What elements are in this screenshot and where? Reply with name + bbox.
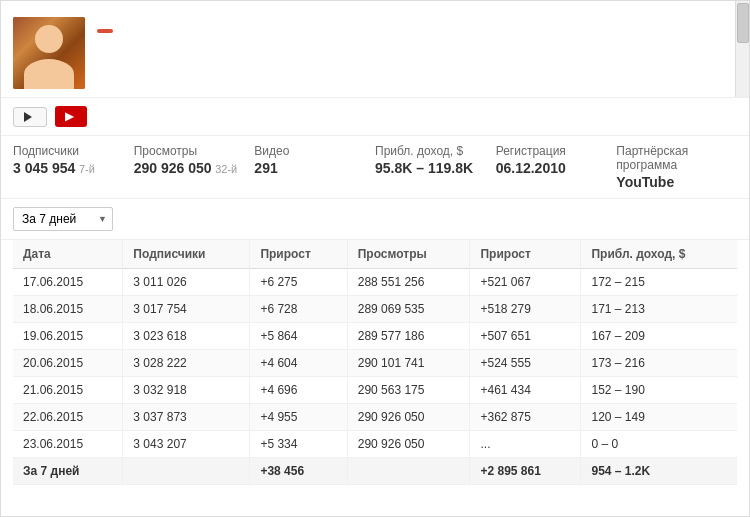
cell-sub-growth: +5 864: [250, 323, 347, 350]
cell-view-growth: +521 067: [470, 269, 581, 296]
cell-date: 23.06.2015: [13, 431, 123, 458]
cell-subscribers: 3 028 222: [123, 350, 250, 377]
stat-item: Регистрация 06.12.2010: [496, 144, 617, 190]
cell-views: 290 926 050: [347, 404, 470, 431]
play-icon: [24, 112, 32, 122]
stat-number: 06.12.2010: [496, 160, 566, 176]
cell-subscribers: 3 017 754: [123, 296, 250, 323]
stat-value: 291: [254, 160, 365, 176]
summary-sub-growth: +38 456: [250, 458, 347, 485]
table-row: 20.06.2015 3 028 222 +4 604 290 101 741 …: [13, 350, 737, 377]
stat-value: 290 926 050 32-й: [134, 160, 245, 176]
stat-label: Партнёрская программа: [616, 144, 727, 172]
data-table: ДатаПодписчикиПриростПросмотрыПриростПри…: [13, 240, 737, 485]
cell-sub-growth: +5 334: [250, 431, 347, 458]
stat-item: Прибл. доход, $ 95.8K – 119.8K: [375, 144, 496, 190]
cell-views: 289 577 186: [347, 323, 470, 350]
stat-rank: 32-й: [215, 163, 237, 175]
table-header: ДатаПодписчикиПриростПросмотрыПриростПри…: [13, 240, 737, 269]
stat-item: Подписчики 3 045 954 7-й: [13, 144, 134, 190]
table-row: 22.06.2015 3 037 873 +4 955 290 926 050 …: [13, 404, 737, 431]
cell-income: 167 – 209: [581, 323, 737, 350]
stat-rank: 7-й: [79, 163, 95, 175]
cell-date: 18.06.2015: [13, 296, 123, 323]
cell-view-growth: +518 279: [470, 296, 581, 323]
table-row: 18.06.2015 3 017 754 +6 728 289 069 535 …: [13, 296, 737, 323]
stat-item: Видео 291: [254, 144, 375, 190]
summary-income: 954 – 1.2K: [581, 458, 737, 485]
cell-subscribers: 3 023 618: [123, 323, 250, 350]
cell-date: 19.06.2015: [13, 323, 123, 350]
avatar: [13, 17, 85, 89]
table-header-cell: Прибл. доход, $: [581, 240, 737, 269]
cell-views: 288 551 256: [347, 269, 470, 296]
cell-sub-growth: +6 275: [250, 269, 347, 296]
stat-number: YouTube: [616, 174, 674, 190]
cell-date: 22.06.2015: [13, 404, 123, 431]
summary-subscribers: [123, 458, 250, 485]
cell-income: 173 – 216: [581, 350, 737, 377]
stat-number: 3 045 954: [13, 160, 75, 176]
table-body: 17.06.2015 3 011 026 +6 275 288 551 256 …: [13, 269, 737, 485]
cell-subscribers: 3 043 207: [123, 431, 250, 458]
main-container: ▶ Подписчики 3 045 954 7-й Просмотры 290…: [0, 0, 750, 517]
cell-subscribers: 3 011 026: [123, 269, 250, 296]
cell-subscribers: 3 037 873: [123, 404, 250, 431]
cell-sub-growth: +6 728: [250, 296, 347, 323]
stat-label: Подписчики: [13, 144, 124, 158]
table-row: 19.06.2015 3 023 618 +5 864 289 577 186 …: [13, 323, 737, 350]
cell-view-growth: +524 555: [470, 350, 581, 377]
google-plus-button[interactable]: [97, 29, 113, 33]
watch-button[interactable]: [13, 107, 47, 127]
summary-date: За 7 дней: [13, 458, 123, 485]
cell-views: 290 563 175: [347, 377, 470, 404]
youtube-button[interactable]: ▶: [55, 106, 87, 127]
scrollbar-thumb[interactable]: [737, 3, 749, 43]
cell-income: 172 – 215: [581, 269, 737, 296]
period-select[interactable]: За 7 днейЗа 30 днейЗа 90 дней: [13, 207, 113, 231]
cell-view-growth: +507 651: [470, 323, 581, 350]
summary-views: [347, 458, 470, 485]
stat-number: 291: [254, 160, 277, 176]
filter-row: За 7 днейЗа 30 днейЗа 90 дней: [1, 199, 749, 240]
stat-label: Просмотры: [134, 144, 245, 158]
stat-value: YouTube: [616, 174, 727, 190]
cell-view-growth: +362 875: [470, 404, 581, 431]
header-row: ДатаПодписчикиПриростПросмотрыПриростПри…: [13, 240, 737, 269]
table-header-cell: Прирост: [470, 240, 581, 269]
stat-value: 3 045 954 7-й: [13, 160, 124, 176]
cell-views: 290 101 741: [347, 350, 470, 377]
cell-views: 289 069 535: [347, 296, 470, 323]
table-header-cell: Просмотры: [347, 240, 470, 269]
cell-date: 20.06.2015: [13, 350, 123, 377]
stat-item: Просмотры 290 926 050 32-й: [134, 144, 255, 190]
stat-label: Регистрация: [496, 144, 607, 158]
header-section: [1, 1, 749, 98]
cell-income: 0 – 0: [581, 431, 737, 458]
header-info: [97, 17, 737, 36]
stat-number: 290 926 050: [134, 160, 212, 176]
cell-date: 17.06.2015: [13, 269, 123, 296]
table-row: 21.06.2015 3 032 918 +4 696 290 563 175 …: [13, 377, 737, 404]
cell-sub-growth: +4 696: [250, 377, 347, 404]
cell-income: 120 – 149: [581, 404, 737, 431]
cell-view-growth: +461 434: [470, 377, 581, 404]
cell-views: 290 926 050: [347, 431, 470, 458]
header-content: [13, 17, 737, 89]
cell-income: 171 – 213: [581, 296, 737, 323]
stat-label: Видео: [254, 144, 365, 158]
stat-value: 06.12.2010: [496, 160, 607, 176]
youtube-icon: ▶: [65, 110, 73, 123]
cell-date: 21.06.2015: [13, 377, 123, 404]
cell-sub-growth: +4 604: [250, 350, 347, 377]
cell-view-growth: ...: [470, 431, 581, 458]
cell-sub-growth: +4 955: [250, 404, 347, 431]
filter-wrapper: За 7 днейЗа 30 днейЗа 90 дней: [13, 207, 113, 231]
scrollbar[interactable]: [735, 1, 749, 97]
table-header-cell: Дата: [13, 240, 123, 269]
avatar-image: [13, 17, 85, 89]
cell-income: 152 – 190: [581, 377, 737, 404]
action-bar: ▶: [1, 98, 749, 136]
stats-row: Подписчики 3 045 954 7-й Просмотры 290 9…: [1, 136, 749, 199]
stat-number: 95.8K – 119.8K: [375, 160, 473, 176]
